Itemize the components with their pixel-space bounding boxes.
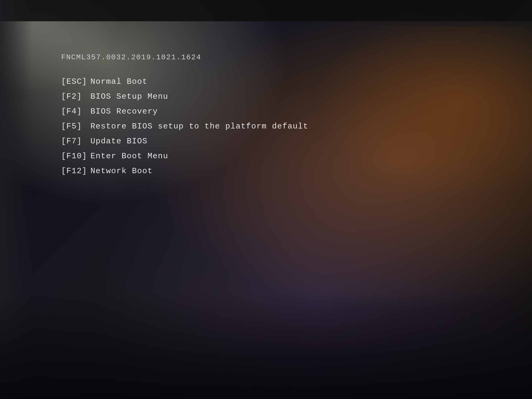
boot-menu: [ESC] Normal Boot[F2] BIOS Setup Menu[F4… [61, 76, 505, 177]
menu-item[interactable]: [F5] Restore BIOS setup to the platform … [61, 121, 505, 132]
menu-key: [F7] [61, 136, 90, 147]
bottom-fade [0, 293, 532, 399]
menu-key: [F2] [61, 91, 90, 102]
menu-item[interactable]: [ESC] Normal Boot [61, 76, 505, 87]
menu-description: BIOS Recovery [90, 106, 158, 117]
bios-screen: FNCML357.0032.2019.1021.1624 [ESC] Norma… [0, 0, 532, 399]
menu-key: [F10] [61, 151, 90, 162]
menu-item[interactable]: [F7] Update BIOS [61, 136, 505, 147]
menu-item[interactable]: [F12] Network Boot [61, 165, 505, 177]
menu-description: Network Boot [90, 165, 153, 177]
menu-item[interactable]: [F10] Enter Boot Menu [61, 151, 505, 162]
top-bar [0, 0, 532, 21]
menu-key: [F12] [61, 165, 90, 177]
menu-description: Enter Boot Menu [90, 151, 168, 162]
menu-description: Update BIOS [90, 136, 148, 147]
firmware-version: FNCML357.0032.2019.1021.1624 [61, 53, 505, 61]
menu-item[interactable]: [F4] BIOS Recovery [61, 106, 505, 117]
menu-description: Restore BIOS setup to the platform defau… [90, 121, 308, 132]
left-edge-shadow [0, 0, 32, 399]
menu-description: BIOS Setup Menu [90, 91, 168, 102]
menu-key: [F4] [61, 106, 90, 117]
menu-key: [F5] [61, 121, 90, 132]
menu-description: Normal Boot [90, 76, 148, 87]
menu-key: [ESC] [61, 76, 90, 87]
bios-content: FNCML357.0032.2019.1021.1624 [ESC] Norma… [61, 53, 505, 177]
menu-item[interactable]: [F2] BIOS Setup Menu [61, 91, 505, 102]
